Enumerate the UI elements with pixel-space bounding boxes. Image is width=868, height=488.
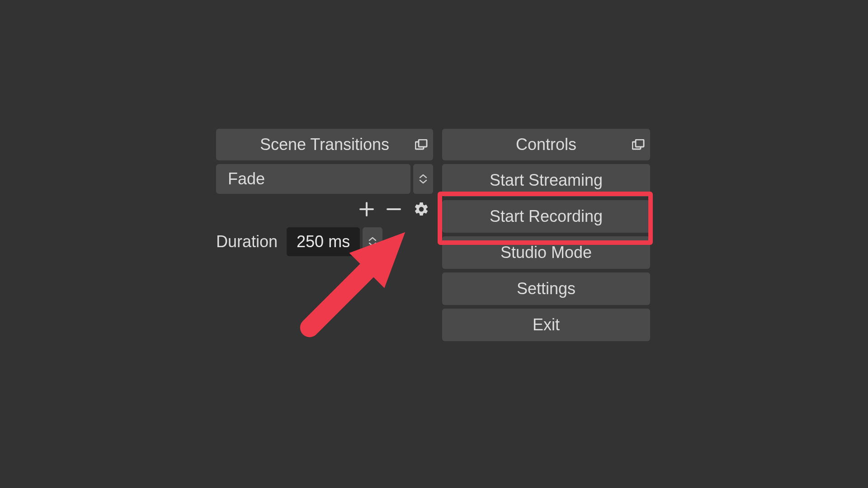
- gear-icon[interactable]: [413, 201, 429, 217]
- duration-label: Duration: [216, 232, 278, 251]
- controls-buttons: Start Streaming Start Recording Studio M…: [442, 164, 650, 341]
- svg-rect-6: [636, 140, 644, 147]
- popout-icon[interactable]: [415, 139, 428, 150]
- controls-title: Controls: [442, 135, 650, 154]
- start-recording-button[interactable]: Start Recording: [442, 200, 650, 233]
- transition-toolbar: [216, 198, 433, 220]
- controls-header: Controls: [442, 129, 650, 160]
- transition-select-row: Fade: [216, 164, 433, 194]
- duration-value-text: 250 ms: [297, 232, 350, 251]
- button-label: Start Streaming: [490, 171, 603, 190]
- start-streaming-button[interactable]: Start Streaming: [442, 164, 650, 197]
- exit-button[interactable]: Exit: [442, 309, 650, 341]
- svg-rect-1: [419, 140, 427, 147]
- button-label: Settings: [517, 279, 576, 298]
- popout-icon[interactable]: [632, 139, 645, 150]
- settings-button[interactable]: Settings: [442, 272, 650, 305]
- studio-mode-button[interactable]: Studio Mode: [442, 236, 650, 269]
- transition-select[interactable]: Fade: [216, 164, 410, 194]
- plus-icon[interactable]: [359, 202, 374, 217]
- scene-transitions-panel: Scene Transitions Fade: [216, 129, 433, 341]
- transition-select-stepper[interactable]: [413, 164, 433, 194]
- scene-transitions-header: Scene Transitions: [216, 129, 433, 160]
- button-label: Studio Mode: [500, 243, 592, 262]
- controls-panel: Controls Start Streaming Start Recording…: [442, 129, 650, 341]
- duration-input[interactable]: 250 ms: [287, 227, 360, 256]
- duration-row: Duration 250 ms: [216, 227, 433, 256]
- scene-transitions-title: Scene Transitions: [216, 135, 433, 154]
- duration-stepper[interactable]: [363, 227, 382, 256]
- minus-icon[interactable]: [386, 202, 401, 217]
- button-label: Exit: [533, 315, 560, 334]
- button-label: Start Recording: [490, 207, 603, 226]
- transition-selected-value: Fade: [228, 169, 265, 188]
